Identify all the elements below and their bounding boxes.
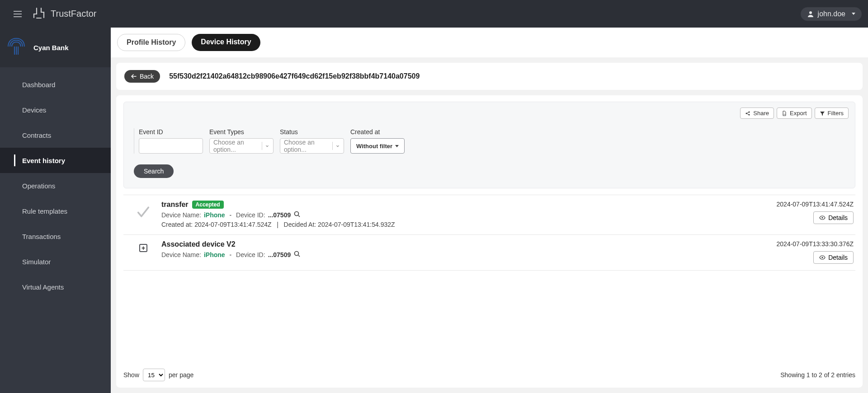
filter-created-at: Created at Without filter: [350, 128, 405, 154]
menu-toggle[interactable]: [11, 8, 24, 20]
sidebar-item-contracts[interactable]: Contracts: [0, 122, 111, 148]
brand-logo-icon: [32, 6, 46, 22]
user-menu[interactable]: john.doe: [801, 7, 862, 21]
sidebar-item-label: Operations: [22, 182, 55, 190]
nav: Dashboard Devices Contracts Event histor…: [0, 67, 111, 299]
filter-label: Event ID: [139, 128, 203, 136]
device-id-label: Device ID:: [236, 251, 265, 258]
tab-label: Profile History: [127, 38, 176, 46]
sidebar-item-devices[interactable]: Devices: [0, 97, 111, 122]
sidebar-item-label: Contracts: [22, 131, 51, 139]
select-placeholder: Choose an option...: [284, 139, 330, 153]
sidebar-item-dashboard[interactable]: Dashboard: [0, 72, 111, 97]
sidebar-item-rule-templates[interactable]: Rule templates: [0, 198, 111, 224]
button-label: Export: [790, 110, 807, 117]
sidebar-item-label: Transactions: [22, 233, 61, 240]
filters-button[interactable]: Filters: [815, 108, 849, 119]
share-button[interactable]: Share: [740, 108, 774, 119]
created-at-filter-button[interactable]: Without filter: [350, 138, 405, 154]
event-types-select[interactable]: Choose an option...: [209, 138, 274, 154]
magnifier-icon: [293, 250, 301, 257]
status-select[interactable]: Choose an option...: [280, 138, 344, 154]
button-label: Share: [753, 110, 769, 117]
chevron-down-icon: [265, 143, 269, 149]
chevron-down-icon: [335, 143, 340, 149]
show-label: Show: [123, 371, 139, 379]
device-name-value: iPhone: [204, 251, 225, 258]
filter-event-id: Event ID: [139, 128, 203, 154]
select-placeholder: Choose an option...: [213, 139, 259, 153]
device-id-search-button[interactable]: [293, 211, 301, 219]
eye-icon: [819, 215, 826, 221]
device-id-short: ...07509: [268, 251, 291, 258]
sidebar-item-label: Event history: [22, 157, 65, 164]
plus-box-icon: +: [139, 244, 147, 252]
status-badge: Accepted: [192, 201, 224, 209]
caret-down-icon: [395, 145, 399, 147]
check-icon: [136, 204, 151, 220]
chevron-down-icon: [852, 13, 855, 15]
pager: Show 15 per page Showing 1 to 2 of 2 ent…: [123, 360, 855, 381]
decided-at-value: 2024-07-09T13:41:54.932Z: [318, 221, 395, 228]
decided-at-label: Decided At:: [284, 221, 316, 228]
org-block: Cyan Bank: [0, 28, 111, 67]
sidebar: Cyan Bank Dashboard Devices Contracts Ev…: [0, 28, 111, 393]
created-at-value: 2024-07-09T13:41:47.524Z: [194, 221, 271, 228]
share-icon: [745, 111, 750, 116]
device-name-label: Device Name:: [161, 211, 201, 219]
event-timestamp: 2024-07-09T13:33:30.376Z: [777, 240, 854, 248]
sidebar-item-label: Rule templates: [22, 207, 67, 215]
filter-event-types: Event Types Choose an option...: [209, 128, 274, 154]
device-id-full: 55f530d2f21402a64812cb98906e427f649cd62f…: [169, 72, 420, 80]
tabs-bar: Profile History Device History: [111, 28, 868, 57]
org-logo-icon: [5, 36, 27, 59]
svg-text:csv: csv: [783, 113, 786, 115]
main: Profile History Device History Back 55f5…: [111, 28, 868, 393]
filter-block: Share csv Export Filters: [123, 102, 855, 188]
topbar: TrustFactor john.doe: [0, 0, 868, 28]
filter-label: Status: [280, 128, 344, 136]
search-button[interactable]: Search: [134, 164, 174, 178]
device-id-search-button[interactable]: [293, 250, 301, 259]
svg-point-8: [822, 257, 823, 258]
pager-summary: Showing 1 to 2 of 2 entries: [780, 371, 855, 379]
device-name-value: iPhone: [204, 211, 225, 219]
filter-label: Created at: [350, 128, 405, 136]
event-title: transfer: [161, 201, 189, 209]
back-label: Back: [140, 73, 154, 80]
details-button[interactable]: Details: [813, 251, 854, 264]
sidebar-item-virtual-agents[interactable]: Virtual Agents: [0, 274, 111, 299]
sidebar-item-event-history[interactable]: Event history: [0, 148, 111, 173]
magnifier-icon: [293, 211, 301, 218]
svg-point-0: [809, 11, 812, 14]
sidebar-item-label: Devices: [22, 106, 46, 114]
sidebar-item-label: Dashboard: [22, 81, 55, 89]
button-label: Without filter: [356, 143, 392, 150]
sidebar-item-simulator[interactable]: Simulator: [0, 249, 111, 274]
details-button[interactable]: Details: [813, 211, 854, 224]
arrow-left-icon: [131, 73, 137, 80]
org-name: Cyan Bank: [33, 44, 69, 51]
svg-point-7: [295, 252, 299, 256]
button-label: Filters: [828, 110, 844, 117]
brand-name: TrustFactor: [51, 9, 97, 19]
event-list: transfer Accepted Device Name: iPhone - …: [123, 195, 855, 271]
sidebar-item-transactions[interactable]: Transactions: [0, 224, 111, 249]
sidebar-item-operations[interactable]: Operations: [0, 173, 111, 198]
svg-point-5: [295, 212, 299, 216]
tab-device-history[interactable]: Device History: [192, 34, 260, 51]
sidebar-item-label: Simulator: [22, 258, 51, 266]
event-id-input[interactable]: [139, 138, 203, 154]
file-csv-icon: csv: [782, 111, 787, 116]
eye-icon: [819, 254, 826, 261]
back-button[interactable]: Back: [124, 70, 160, 83]
results-panel: Share csv Export Filters: [116, 95, 863, 388]
event-row: transfer Accepted Device Name: iPhone - …: [123, 195, 855, 235]
tab-profile-history[interactable]: Profile History: [117, 34, 185, 51]
tab-label: Device History: [201, 38, 251, 46]
button-label: Details: [828, 214, 848, 221]
device-id-label: Device ID:: [236, 211, 265, 219]
per-page-select[interactable]: 15: [143, 369, 165, 381]
export-button[interactable]: csv Export: [777, 108, 812, 119]
person-icon: [807, 10, 814, 18]
